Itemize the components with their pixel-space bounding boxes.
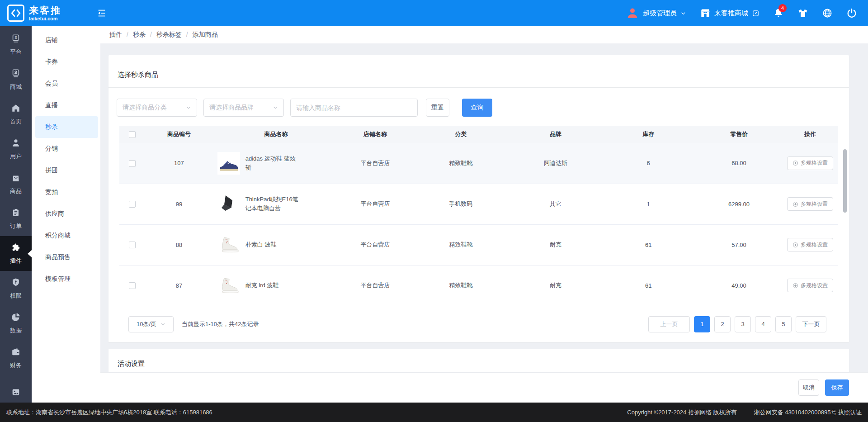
sidebar-item-home[interactable]: 首页 — [0, 97, 32, 132]
submenu-item-presale[interactable]: 商品预售 — [35, 247, 98, 268]
multi-spec-button[interactable]: 多规格设置 — [787, 238, 833, 251]
user-role-label: 超级管理员 — [643, 9, 677, 18]
product-image-laptop-black — [217, 193, 240, 215]
search-button[interactable]: 查询 — [462, 99, 492, 117]
product-name: 朴素白 波鞋 — [245, 240, 299, 249]
category-select-placeholder: 请选择商品分类 — [123, 104, 167, 112]
sidebar-item-order[interactable]: 订单 — [0, 201, 32, 236]
sidebar-item-data[interactable]: 数据 — [0, 306, 32, 341]
column-header-product-id: 商品编号 — [145, 126, 212, 143]
submenu-item-supplier[interactable]: 供应商 — [35, 203, 98, 225]
column-header-actions: 操作 — [782, 126, 838, 143]
logo-title: 来客推 — [29, 5, 61, 15]
language-button[interactable] — [822, 8, 833, 19]
select-all-checkbox[interactable] — [129, 131, 136, 138]
notifications-button[interactable]: 4 — [773, 8, 784, 19]
submenu-item-live[interactable]: 直播 — [35, 95, 98, 116]
sidebar-item-mall[interactable]: 商城 — [0, 62, 32, 97]
multi-spec-button[interactable]: 多规格设置 — [787, 197, 833, 211]
circle-plus-icon — [793, 242, 798, 248]
goods-name-input[interactable] — [290, 99, 418, 117]
page-button-3[interactable]: 3 — [735, 316, 751, 332]
column-header-category: 分类 — [411, 126, 510, 143]
prev-page-button[interactable]: 上一页 — [648, 316, 690, 332]
price: 57.00 — [696, 224, 782, 265]
table-row: 87 耐克 lrd 波鞋 平台自营店 精致鞋靴 — [119, 265, 838, 306]
sidebar-item-label: 插件 — [10, 257, 22, 265]
row-checkbox[interactable] — [129, 242, 136, 248]
column-header-product-name: 商品名称 — [213, 126, 340, 143]
brand: 阿迪达斯 — [510, 143, 601, 184]
category: 手机数码 — [411, 184, 510, 224]
gallery-icon — [11, 387, 21, 398]
sidebar-item-goods[interactable]: 商品 — [0, 166, 32, 201]
filter-bar: 请选择商品分类 请选择商品品牌 重置 查询 — [108, 88, 849, 126]
product-image-sneaker-white — [217, 233, 240, 256]
sidebar-item-plugin[interactable]: 插件 — [0, 236, 32, 271]
sidebar-item-user[interactable]: 用户 — [0, 132, 32, 166]
logout-button[interactable] — [846, 8, 857, 19]
submenu-item-member[interactable]: 会员 — [35, 73, 98, 95]
submenu-item-template[interactable]: 模板管理 — [35, 268, 98, 290]
row-checkbox[interactable] — [129, 160, 136, 167]
page-size-select[interactable]: 10条/页 — [128, 316, 174, 332]
submenu-item-points-mall[interactable]: 积分商城 — [35, 225, 98, 247]
shirt-icon — [797, 8, 808, 19]
row-checkbox[interactable] — [129, 282, 136, 289]
sidebar-item-platform[interactable]: S 平台 — [0, 27, 32, 62]
next-page-button[interactable]: 下一页 — [796, 316, 826, 332]
store-name: 平台自营店 — [340, 184, 411, 224]
order-icon — [11, 208, 21, 219]
user-menu[interactable]: 超级管理员 — [626, 6, 686, 20]
footer-copyright: Copyright ©2017-2024 拾捌网络 版权所有 — [627, 408, 736, 417]
multi-spec-button[interactable]: 多规格设置 — [787, 279, 833, 292]
submenu-item-distribution[interactable]: 分销 — [35, 138, 98, 160]
submenu-item-coupon[interactable]: 卡券 — [35, 51, 98, 73]
product-id: 88 — [145, 224, 212, 265]
chevron-down-icon — [273, 105, 278, 110]
store-name: 平台自营店 — [340, 265, 411, 306]
brand-select[interactable]: 请选择商品品牌 — [203, 99, 284, 117]
submenu-item-seckill[interactable]: 秒杀 — [35, 116, 98, 138]
breadcrumb-item[interactable]: 插件 — [109, 31, 122, 39]
page-button-1[interactable]: 1 — [694, 316, 710, 332]
category-select[interactable]: 请选择商品分类 — [117, 99, 197, 117]
multi-spec-button[interactable]: 多规格设置 — [787, 156, 833, 170]
price: 49.00 — [696, 265, 782, 306]
reset-button[interactable]: 重置 — [426, 99, 449, 117]
circle-plus-icon — [793, 201, 798, 207]
shirt-button[interactable] — [797, 8, 808, 19]
sidebar-item-gallery[interactable] — [0, 375, 32, 403]
row-checkbox[interactable] — [129, 201, 136, 208]
cancel-button[interactable]: 取消 — [798, 379, 819, 396]
mall-link[interactable]: 来客推商城 — [700, 8, 760, 19]
submenu-item-shop[interactable]: 店铺 — [35, 29, 98, 51]
page-button-2[interactable]: 2 — [714, 316, 731, 332]
save-button[interactable]: 保存 — [825, 379, 849, 396]
category: 精致鞋靴 — [411, 143, 510, 184]
app-logo[interactable]: 来客推 laiketui.com — [0, 5, 96, 22]
menu-fold-icon[interactable] — [97, 8, 107, 18]
brand: 耐克 — [510, 224, 601, 265]
product-name: ThinkPad联想E16笔记本电脑自营 — [245, 195, 299, 213]
breadcrumb-item[interactable]: 秒杀 — [122, 31, 146, 39]
sidebar-item-label: 平台 — [10, 48, 22, 56]
vertical-scrollbar-thumb[interactable] — [843, 149, 847, 213]
submenu-item-groupbuy[interactable]: 拼团 — [35, 160, 98, 181]
price: 6299.00 — [696, 184, 782, 224]
page-button-5[interactable]: 5 — [775, 316, 792, 332]
footer-address: 联系地址：湖南省长沙市岳麓区绿地中央广场6栋2018室 联系电话：6159816… — [6, 408, 212, 417]
breadcrumb-item[interactable]: 秒杀标签 — [146, 31, 182, 39]
page-button-4[interactable]: 4 — [755, 316, 771, 332]
sidebar-item-finance[interactable]: 财务 — [0, 341, 32, 375]
plugin-icon — [11, 242, 21, 254]
form-action-bar: 取消 保存 — [100, 372, 868, 403]
globe-icon — [822, 8, 833, 19]
external-link-icon — [752, 9, 760, 17]
sidebar-item-permission[interactable]: 权限 — [0, 271, 32, 306]
brand: 其它 — [510, 184, 601, 224]
submenu-item-auction[interactable]: 竞拍 — [35, 181, 98, 203]
permission-icon — [11, 277, 21, 289]
svg-text:S: S — [14, 36, 17, 40]
sidebar-item-label: 用户 — [10, 152, 22, 161]
